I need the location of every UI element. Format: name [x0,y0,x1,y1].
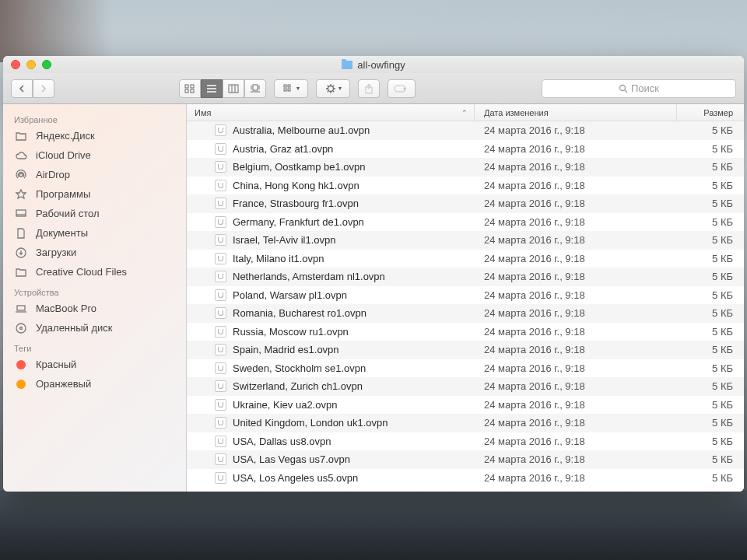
file-icon [215,124,226,136]
close-button[interactable] [11,60,20,69]
file-name: USA, Las Vegas us7.ovpn [233,453,350,465]
file-date: 24 марта 2016 г., 9:18 [475,362,677,374]
action-button[interactable]: ▾ [316,79,350,98]
sidebar-favorites-header: Избранное [3,109,186,126]
apps-icon [14,188,28,201]
file-row[interactable]: USA, Los Angeles us5.ovpn24 марта 2016 г… [187,469,744,488]
sidebar-item[interactable]: Creative Cloud Files [3,262,186,282]
tag-color-icon [14,359,28,371]
file-date: 24 марта 2016 г., 9:18 [475,472,677,484]
file-row[interactable]: Spain, Madrid es1.ovpn24 марта 2016 г., … [187,341,744,359]
file-size: 5 КБ [677,143,744,155]
file-date: 24 марта 2016 г., 9:18 [475,436,677,447]
file-date: 24 марта 2016 г., 9:18 [475,271,677,282]
file-icon [215,362,226,374]
view-coverflow-button[interactable] [244,79,266,98]
file-size: 5 КБ [677,307,744,319]
file-date: 24 марта 2016 г., 9:18 [475,307,677,319]
file-size: 5 КБ [677,180,744,191]
svg-rect-3 [191,89,194,93]
file-row[interactable]: Israel, Tel-Aviv il1.ovpn24 марта 2016 г… [187,231,744,250]
sidebar-item-label: Удаленный диск [36,322,112,334]
arrange-button[interactable]: ▾ [274,79,308,98]
file-row[interactable]: Ukraine, Kiev ua2.ovpn24 марта 2016 г., … [187,396,744,415]
column-header-date[interactable]: Дата изменения [475,104,677,121]
sidebar-item[interactable]: Яндекс.Диск [3,126,186,145]
file-row[interactable]: Netherlands, Amsterdam nl1.ovpn24 марта … [187,268,744,286]
share-button[interactable] [358,79,380,98]
file-icon [215,380,226,392]
sidebar-item-label: Программы [36,188,90,200]
sidebar-item[interactable]: Удаленный диск [3,318,186,338]
file-list[interactable]: Australia, Melbourne au1.ovpn24 марта 20… [187,121,744,492]
file-row[interactable]: USA, Dallas us8.ovpn24 марта 2016 г., 9:… [187,432,744,451]
file-icon [215,344,226,355]
view-columns-button[interactable] [223,79,244,98]
search-input[interactable]: Поиск [542,79,736,98]
file-name: Poland, Warsaw pl1.ovpn [233,289,347,301]
file-row[interactable]: Austria, Graz at1.ovpn24 марта 2016 г., … [187,140,744,159]
svg-point-31 [619,85,625,90]
file-date: 24 марта 2016 г., 9:18 [475,234,677,246]
back-button[interactable] [11,79,33,98]
file-date: 24 марта 2016 г., 9:18 [475,453,677,465]
titlebar[interactable]: all-owfingy [3,56,744,73]
sidebar-item[interactable]: MacBook Pro [3,299,186,318]
sidebar-tag-item[interactable]: Оранжевый [3,374,186,394]
file-size: 5 КБ [677,380,744,392]
file-row[interactable]: Sweden, Stockholm se1.ovpn24 марта 2016 … [187,359,744,378]
forward-button[interactable] [33,79,54,98]
file-name: United Kingdom, London uk1.ovpn [233,417,388,429]
svg-rect-10 [253,85,258,90]
file-row[interactable]: Russia, Moscow ru1.ovpn24 марта 2016 г.,… [187,323,744,341]
file-row[interactable]: France, Strasbourg fr1.ovpn24 марта 2016… [187,194,744,213]
file-icon [215,161,226,173]
sidebar-item[interactable]: Документы [3,223,186,243]
minimize-button[interactable] [26,60,36,69]
view-icons-button[interactable] [179,79,201,98]
sidebar-item[interactable]: iCloud Drive [3,145,186,165]
file-name: Netherlands, Amsterdam nl1.ovpn [233,271,385,282]
sidebar-item-label: Яндекс.Диск [36,130,95,142]
downloads-icon [14,247,28,259]
content-area: Имя ⌃ Дата изменения Размер Australia, M… [187,104,744,492]
file-row[interactable]: Poland, Warsaw pl1.ovpn24 марта 2016 г.,… [187,286,744,305]
sidebar-item[interactable]: Рабочий стол [3,204,186,223]
file-row[interactable]: Australia, Melbourne au1.ovpn24 марта 20… [187,121,744,140]
file-row[interactable]: Romania, Bucharest ro1.ovpn24 марта 2016… [187,304,744,323]
column-header-name[interactable]: Имя ⌃ [187,104,475,121]
file-size: 5 КБ [677,399,744,411]
tags-button[interactable] [388,79,416,98]
sidebar-item[interactable]: AirDrop [3,165,186,184]
svg-rect-14 [284,85,286,87]
svg-rect-16 [284,89,286,91]
file-icon [215,326,226,338]
sidebar-tag-item[interactable]: Красный [3,355,186,374]
search-placeholder: Поиск [631,82,659,94]
column-header-size[interactable]: Размер [677,104,744,121]
column-headers: Имя ⌃ Дата изменения Размер [187,104,744,121]
svg-rect-1 [191,85,194,88]
maximize-button[interactable] [42,60,51,69]
file-size: 5 КБ [677,436,744,447]
file-row[interactable]: Italy, Milano it1.ovpn24 марта 2016 г., … [187,250,744,268]
file-row[interactable]: United Kingdom, London uk1.ovpn24 марта … [187,414,744,432]
sidebar-item-label: AirDrop [36,169,70,180]
file-row[interactable]: China, Hong Kong hk1.ovpn24 марта 2016 г… [187,177,744,195]
sidebar-tags-header: Теги [3,338,186,355]
file-row[interactable]: USA, Las Vegas us7.ovpn24 марта 2016 г.,… [187,450,744,469]
svg-line-32 [625,90,627,93]
view-list-button[interactable] [201,79,223,98]
file-icon [215,417,226,429]
file-row[interactable]: Belgium, Oostkamp be1.ovpn24 марта 2016 … [187,158,744,177]
sidebar-item[interactable]: Программы [3,184,186,204]
cloud-icon [14,149,28,162]
file-row[interactable]: Switzerland, Zurich ch1.ovpn24 марта 201… [187,377,744,396]
sidebar-item[interactable]: Загрузки [3,243,186,262]
file-row[interactable]: Germany, Frankfurt de1.ovpn24 марта 2016… [187,213,744,232]
sidebar-item-label: Красный [36,359,76,370]
window-title-text: all-owfingy [357,59,405,71]
file-icon [215,198,226,209]
file-name: Romania, Bucharest ro1.ovpn [233,307,366,319]
svg-rect-15 [288,85,290,87]
